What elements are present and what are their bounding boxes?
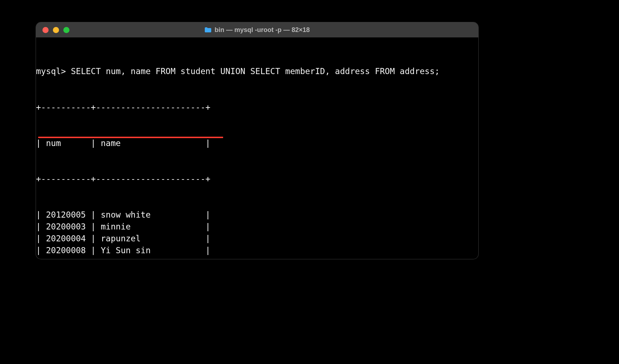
highlight-divider [38,137,223,138]
table-border-mid: +----------+----------------------+ [36,173,478,185]
sql-query: SELECT num, name FROM student UNION SELE… [71,67,440,76]
prompt: mysql> [36,67,66,76]
table-row: | 20200003 | Tokyo hachioji | [36,257,478,259]
window-title: bin — mysql -uroot -p — 82×18 [36,26,478,34]
folder-icon [204,27,212,33]
table-row: | 20200008 | Yi Sun sin | [36,245,478,256]
titlebar: bin — mysql -uroot -p — 82×18 [36,22,478,37]
table-row: | 20120005 | snow white | [36,209,478,221]
maximize-button[interactable] [63,27,69,33]
minimize-button[interactable] [53,27,59,33]
table-row: | 20200004 | rapunzel | [36,233,478,245]
table-row: | 20200003 | minnie | [36,221,478,233]
traffic-lights [36,27,69,33]
table-header: | num | name | [36,137,478,149]
terminal-content[interactable]: mysql> SELECT num, name FROM student UNI… [36,37,478,259]
terminal-window: bin — mysql -uroot -p — 82×18 mysql> SEL… [36,22,478,259]
close-button[interactable] [42,27,49,33]
window-title-text: bin — mysql -uroot -p — 82×18 [214,26,310,34]
table-border-top: +----------+----------------------+ [36,101,478,113]
